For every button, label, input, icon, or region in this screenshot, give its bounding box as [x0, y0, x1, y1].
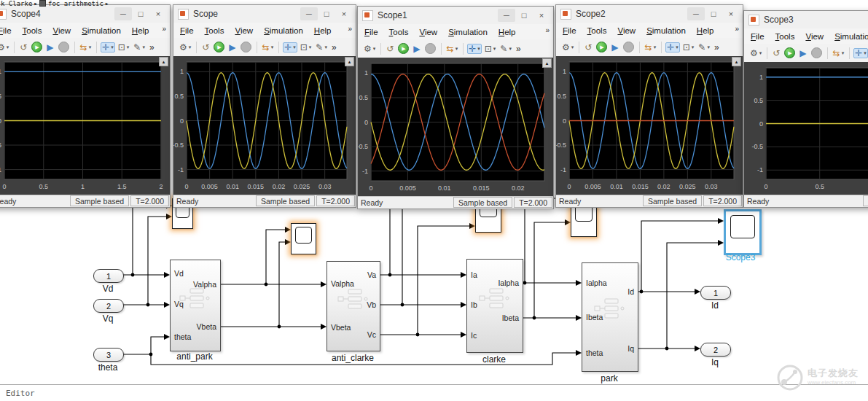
maximize-button[interactable]: □ — [705, 7, 722, 20]
menubar-overflow-icon[interactable]: » — [735, 25, 739, 33]
zoom-fit-icon[interactable]: ⊡▾ — [483, 44, 498, 54]
pan-hand-icon[interactable]: ✛▾ — [665, 42, 680, 52]
signal-selector-icon[interactable]: ⇆▾ — [832, 48, 846, 58]
breadcrumb-subsystem[interactable]: foc arithmetic — [48, 1, 103, 7]
window-titlebar[interactable]: Scope4 ─ □ × — [0, 5, 170, 23]
inport-theta[interactable]: 3 — [93, 348, 124, 362]
menubar-overflow-icon[interactable]: » — [545, 26, 550, 34]
run-button[interactable]: ▶ — [30, 41, 44, 53]
zoom-fit-icon[interactable]: ⊡▾ — [299, 42, 313, 52]
run-button[interactable]: ▶ — [595, 41, 609, 53]
menu-help[interactable]: Help — [132, 26, 149, 35]
menu-file[interactable]: File — [364, 28, 378, 36]
breadcrumb-model[interactable]: k Clarke — [1, 1, 32, 7]
playback-rewind-icon[interactable]: ↺ — [385, 44, 395, 54]
playback-rewind-icon[interactable]: ↺ — [200, 42, 211, 52]
menu-tools[interactable]: Tools — [775, 32, 795, 41]
scope-plot[interactable]: ▲ 00.511.5-1-0.500.51 — [744, 62, 868, 195]
stop-button[interactable] — [423, 42, 437, 55]
menu-file[interactable]: File — [180, 26, 194, 35]
run-button[interactable]: ▶ — [783, 47, 797, 59]
menu-view[interactable]: View — [419, 28, 437, 36]
close-button[interactable]: × — [149, 7, 167, 20]
playback-rewind-icon[interactable]: ↺ — [18, 42, 28, 52]
subsystem-anti_clarke[interactable]: ValphaVbetaVaVbVc — [327, 261, 380, 351]
signal-selector-icon[interactable]: ⇆▾ — [261, 42, 275, 52]
window-titlebar[interactable]: Scope2 ─ □ × — [556, 5, 743, 23]
playback-rewind-icon[interactable]: ↺ — [583, 42, 593, 52]
minimize-button[interactable]: ─ — [498, 9, 515, 22]
scroll-up-icon[interactable]: ▲ — [542, 58, 552, 68]
outport-id[interactable]: 1 — [700, 286, 731, 300]
close-button[interactable]: × — [335, 7, 353, 20]
close-button[interactable]: × — [533, 9, 550, 22]
step-forward-button[interactable]: ▶ — [412, 44, 421, 54]
pan-hand-icon[interactable]: ✛▾ — [467, 44, 482, 54]
window-titlebar[interactable]: Scope3 ─ □ × — [744, 11, 868, 28]
settings-gear-icon[interactable]: ⚙▾ — [362, 44, 377, 54]
stop-button[interactable] — [57, 41, 71, 53]
menu-simulation[interactable]: Simulation — [264, 26, 303, 35]
run-button[interactable]: ▶ — [212, 41, 226, 53]
menu-tools[interactable]: Tools — [587, 26, 607, 35]
settings-gear-icon[interactable]: ⚙▾ — [748, 48, 763, 58]
scope-plot[interactable]: ▲ 00.0050.010.0150.020.0250.03-1-0.500.5… — [556, 56, 743, 195]
menu-file[interactable]: File — [563, 26, 576, 35]
minimize-button[interactable]: ─ — [114, 7, 132, 20]
signal-selector-icon[interactable]: ⇆▾ — [644, 42, 658, 52]
menubar-overflow-icon[interactable]: » — [162, 25, 166, 33]
scroll-up-icon[interactable]: ▲ — [159, 57, 168, 66]
settings-gear-icon[interactable]: ⚙▾ — [560, 42, 575, 52]
measurements-pen-icon[interactable]: ✎▾ — [697, 42, 711, 52]
menu-help[interactable]: Help — [498, 28, 516, 36]
maximize-button[interactable]: □ — [515, 9, 533, 22]
inport-vq[interactable]: 2 — [93, 299, 124, 313]
window-titlebar[interactable]: Scope1 ─ □ × — [358, 7, 553, 24]
menubar-overflow-icon[interactable]: » — [348, 25, 352, 33]
subsystem-anti_park[interactable]: VdVqthetaValphaVbeta — [170, 260, 221, 351]
step-forward-button[interactable]: ▶ — [227, 42, 237, 52]
stop-button[interactable] — [810, 47, 824, 59]
overflow-icon[interactable]: » — [330, 42, 338, 52]
breadcrumb[interactable]: k Clarke ▶ foc arithmetic ▶ — [0, 0, 868, 7]
settings-gear-icon[interactable]: ⚙▾ — [178, 42, 192, 52]
menu-simulation[interactable]: Simulation — [82, 26, 121, 35]
stop-button[interactable] — [622, 41, 636, 53]
close-button[interactable]: × — [722, 7, 740, 20]
pan-hand-icon[interactable]: ✛▾ — [101, 42, 115, 52]
zoom-fit-icon[interactable]: ⊡▾ — [681, 42, 696, 52]
subsystem-clarke[interactable]: IaIbIcIalphaIbeta — [466, 259, 523, 353]
playback-rewind-icon[interactable]: ↺ — [771, 48, 781, 58]
step-forward-button[interactable]: ▶ — [610, 42, 619, 52]
menu-view[interactable]: View — [235, 26, 253, 35]
menu-file[interactable]: File — [751, 32, 765, 41]
pan-hand-icon[interactable]: ✛▾ — [853, 48, 868, 58]
overflow-icon[interactable]: » — [148, 42, 156, 52]
settings-gear-icon[interactable]: ⚙▾ — [0, 42, 10, 52]
measurements-pen-icon[interactable]: ✎▾ — [132, 42, 146, 52]
step-forward-button[interactable]: ▶ — [798, 48, 808, 58]
step-forward-button[interactable]: ▶ — [45, 42, 55, 52]
measurements-pen-icon[interactable]: ✎▾ — [498, 44, 513, 54]
minimize-button[interactable]: ─ — [687, 7, 705, 20]
menu-simulation[interactable]: Simulation — [834, 32, 868, 41]
scroll-up-icon[interactable]: ▲ — [345, 57, 354, 66]
menu-tools[interactable]: Tools — [205, 26, 224, 35]
scope-plot[interactable]: ▲ 00.511.52-1-0.500.51 — [0, 56, 170, 195]
menu-help[interactable]: Help — [697, 26, 714, 35]
inport-vd[interactable]: 1 — [93, 269, 124, 283]
pan-hand-icon[interactable]: ✛▾ — [283, 42, 297, 52]
menu-view[interactable]: View — [617, 26, 636, 35]
scope-block-valphabeta[interactable] — [291, 223, 316, 254]
menu-file[interactable]: File — [0, 26, 12, 35]
run-button[interactable]: ▶ — [396, 42, 410, 55]
minimize-button[interactable]: ─ — [300, 7, 318, 20]
scope-plot[interactable]: ▲ 00.0050.010.0150.02-1-0.500.51 — [358, 58, 553, 197]
menu-help[interactable]: Help — [314, 26, 332, 35]
scope-block-scope3[interactable] — [724, 209, 762, 255]
subsystem-park[interactable]: IalphaIbetathetaIdIq — [582, 262, 638, 372]
scope-plot[interactable]: ▲ 00.0050.010.0150.020.0250.03-1-0.500.5… — [173, 56, 356, 195]
maximize-button[interactable]: □ — [318, 7, 335, 20]
menu-simulation[interactable]: Simulation — [646, 26, 686, 35]
menu-view[interactable]: View — [52, 26, 71, 35]
